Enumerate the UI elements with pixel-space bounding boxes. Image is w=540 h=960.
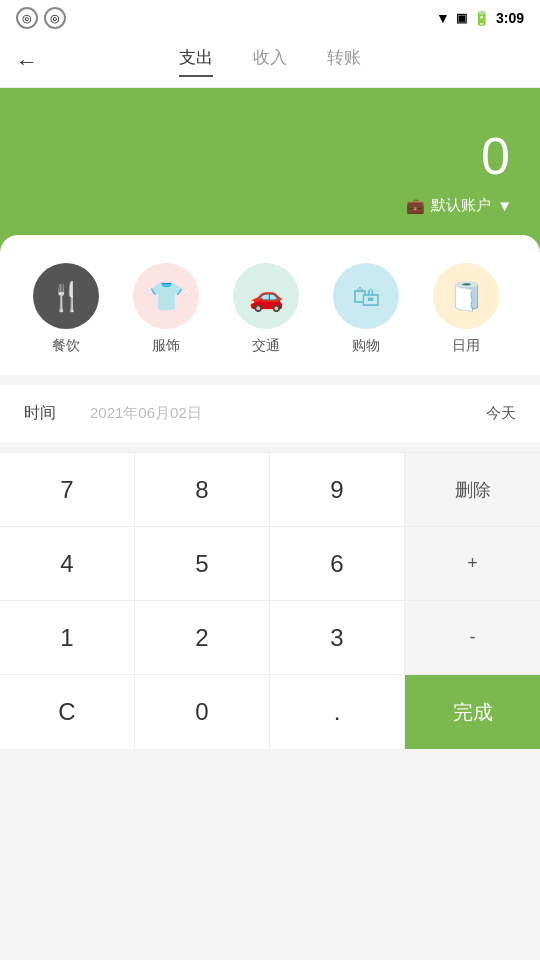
category-icon-shopping: 🛍: [333, 263, 399, 329]
category-label-dining: 餐饮: [52, 337, 80, 355]
wifi-icon: ▼: [436, 10, 450, 26]
keypad: 7 8 9 删除 4 5 6 + 1 2 3 - C 0 . 完成: [0, 452, 540, 749]
key-7[interactable]: 7: [0, 453, 135, 527]
account-label: 默认账户: [431, 196, 491, 215]
key-6[interactable]: 6: [270, 527, 405, 601]
app-icon-2: ◎: [44, 7, 66, 29]
tab-expense[interactable]: 支出: [179, 46, 213, 77]
category-item-dining[interactable]: 🍴 餐饮: [16, 263, 116, 355]
category-label-shopping: 购物: [352, 337, 380, 355]
time-display: 3:09: [496, 10, 524, 26]
category-icon-transport: 🚗: [233, 263, 299, 329]
amount-display: 0: [481, 126, 512, 186]
back-button[interactable]: ←: [16, 49, 38, 75]
date-row: 时间 2021年06月02日 今天: [0, 385, 540, 442]
category-list: 🍴 餐饮 👕 服饰 🚗 交通 🛍 购物 🧻 日用: [16, 263, 524, 355]
category-label-transport: 交通: [252, 337, 280, 355]
dropdown-icon: ▼: [497, 197, 512, 214]
tab-income[interactable]: 收入: [253, 46, 287, 77]
status-left-icons: ◎ ◎: [16, 7, 66, 29]
category-label-daily: 日用: [452, 337, 480, 355]
category-item-daily[interactable]: 🧻 日用: [416, 263, 516, 355]
key-confirm[interactable]: 完成: [405, 675, 540, 749]
daily-emoji: 🧻: [449, 280, 484, 313]
key-4[interactable]: 4: [0, 527, 135, 601]
key-0[interactable]: 0: [135, 675, 270, 749]
dining-emoji: 🍴: [49, 280, 84, 313]
battery-icon: 🔋: [473, 10, 490, 26]
key-8[interactable]: 8: [135, 453, 270, 527]
category-icon-dining: 🍴: [33, 263, 99, 329]
category-card: 🍴 餐饮 👕 服饰 🚗 交通 🛍 购物 🧻 日用: [0, 235, 540, 375]
key-1[interactable]: 1: [0, 601, 135, 675]
category-item-shopping[interactable]: 🛍 购物: [316, 263, 416, 355]
category-label-clothing: 服饰: [152, 337, 180, 355]
category-item-transport[interactable]: 🚗 交通: [216, 263, 316, 355]
key-3[interactable]: 3: [270, 601, 405, 675]
key-5[interactable]: 5: [135, 527, 270, 601]
key-plus[interactable]: +: [405, 527, 540, 601]
app-icon-1: ◎: [16, 7, 38, 29]
key-minus[interactable]: -: [405, 601, 540, 675]
nav-tabs: 支出 收入 转账: [179, 46, 361, 77]
key-9[interactable]: 9: [270, 453, 405, 527]
green-amount-area: 0 💼 默认账户 ▼: [0, 88, 540, 253]
tab-transfer[interactable]: 转账: [327, 46, 361, 77]
key-clear[interactable]: C: [0, 675, 135, 749]
category-icon-daily: 🧻: [433, 263, 499, 329]
shopping-emoji: 🛍: [352, 280, 380, 313]
transport-emoji: 🚗: [249, 280, 284, 313]
today-button[interactable]: 今天: [486, 404, 516, 423]
category-item-clothing[interactable]: 👕 服饰: [116, 263, 216, 355]
top-nav: ← 支出 收入 转账: [0, 36, 540, 88]
key-delete[interactable]: 删除: [405, 453, 540, 527]
date-value[interactable]: 2021年06月02日: [74, 404, 486, 423]
category-icon-clothing: 👕: [133, 263, 199, 329]
clothing-emoji: 👕: [149, 280, 184, 313]
key-2[interactable]: 2: [135, 601, 270, 675]
date-label: 时间: [24, 403, 74, 424]
status-right-area: ▼ ▣ 🔋 3:09: [436, 10, 524, 26]
signal-icon: ▣: [456, 11, 467, 25]
key-dot[interactable]: .: [270, 675, 405, 749]
wallet-icon: 💼: [406, 197, 425, 215]
account-selector[interactable]: 💼 默认账户 ▼: [406, 196, 512, 215]
status-bar: ◎ ◎ ▼ ▣ 🔋 3:09: [0, 0, 540, 36]
